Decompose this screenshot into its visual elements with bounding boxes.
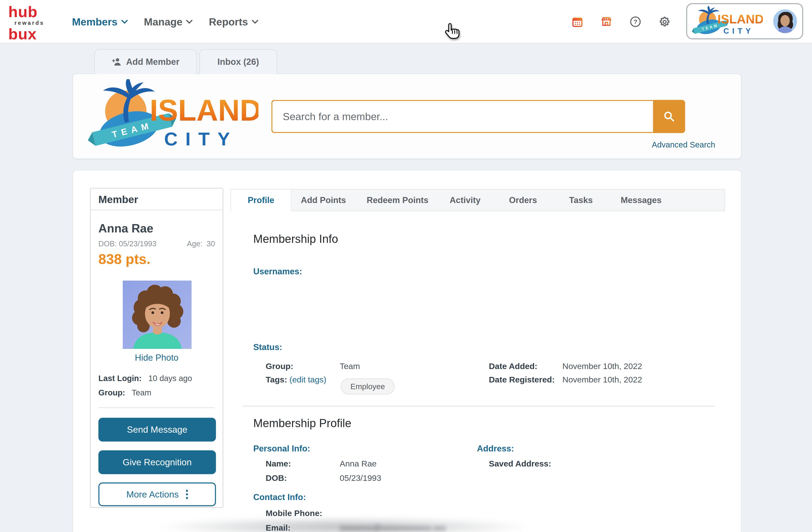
last-login-row: Last Login: 10 days ago [99, 374, 192, 383]
nav-reports[interactable]: Reports [209, 16, 259, 28]
dob-value: 05/23/1993 [340, 474, 381, 483]
usernames-label: Usernames: [253, 267, 302, 277]
member-search-card: TEAM ISLAND CITY Advanced Search [72, 74, 742, 159]
member-detail-content: Profile Add Points Redeem Points Activit… [230, 189, 725, 532]
hubbux-logo-bux: bux [8, 26, 44, 42]
settings-gear-icon[interactable] [659, 16, 670, 27]
tab-redeem-points[interactable]: Redeem Points [367, 189, 429, 211]
group-row: Group: Team [99, 388, 151, 398]
date-added-value: November 10th, 2022 [562, 362, 642, 371]
hubbux-logo-hub: hub [8, 4, 44, 20]
membership-profile-heading: Membership Profile [253, 417, 351, 430]
member-photo [123, 281, 191, 349]
mobile-phone-row: Mobile Phone: [266, 509, 322, 518]
edit-tags-link[interactable]: (edit tags) [290, 375, 326, 384]
give-recognition-button[interactable]: Give Recognition [99, 450, 216, 474]
personal-info-label: Personal Info: [253, 444, 310, 453]
mobile-phone-label: Mobile Phone: [266, 509, 322, 518]
chevron-down-icon [121, 19, 128, 24]
group-info-value: Team [340, 362, 360, 371]
profile-tab-bar: Profile Add Points Redeem Points Activit… [230, 189, 725, 211]
nav-members-label: Members [72, 16, 117, 28]
chevron-down-icon [251, 19, 258, 24]
member-summary-panel: Member Anna Rae DOB: 05/23/1993 Age: 30 … [90, 188, 223, 508]
contact-info-label: Contact Info: [253, 492, 306, 502]
date-registered-row: Date Registered: [489, 375, 555, 385]
tab-profile[interactable]: Profile [230, 189, 292, 211]
app-window: hub rewards bux Members Manage Reports [0, 0, 812, 532]
member-name: Anna Rae [99, 222, 153, 235]
member-age: Age: 30 [187, 240, 215, 248]
help-icon[interactable]: ? [630, 16, 641, 27]
email-value-blurred: xxxxxxxx@xxxxxxxxxxxx.xxx [340, 523, 446, 532]
group-info-label: Group: [266, 362, 293, 371]
topbar: hub rewards bux Members Manage Reports [0, 0, 812, 44]
chevron-down-icon [186, 19, 193, 24]
member-points: 838 pts. [99, 252, 150, 268]
tab-add-points[interactable]: Add Points [301, 189, 346, 211]
svg-text:CITY: CITY [724, 27, 754, 35]
name-value: Anna Rae [340, 459, 377, 468]
tags-label: Tags: [266, 375, 287, 384]
hubbux-logo[interactable]: hub rewards bux [8, 4, 44, 42]
kebab-menu-icon [186, 490, 188, 499]
tab-orders[interactable]: Orders [509, 189, 537, 211]
island-city-logo-small: TEAM ISLAND CITY [691, 6, 763, 36]
nav-members[interactable]: Members [72, 16, 128, 28]
member-detail-card: Member Anna Rae DOB: 05/23/1993 Age: 30 … [72, 170, 742, 532]
member-dob: DOB: 05/23/1993 [99, 240, 157, 248]
dob-row: DOB: [266, 474, 287, 483]
email-label: Email: [266, 523, 290, 532]
tab-add-member[interactable]: Add Member [94, 49, 197, 74]
group-label: Group: [99, 388, 125, 397]
storefront-icon[interactable] [601, 16, 612, 27]
more-actions-button[interactable]: More Actions [99, 483, 216, 506]
tab-tasks[interactable]: Tasks [569, 189, 593, 211]
section-divider [242, 406, 715, 406]
tab-inbox[interactable]: Inbox (26) [199, 49, 277, 74]
divider [99, 408, 215, 408]
saved-address-row: Saved Address: [489, 459, 551, 468]
svg-text:CITY: CITY [164, 129, 238, 149]
email-row: Email: [266, 523, 290, 532]
date-registered-value: November 10th, 2022 [562, 375, 642, 385]
tab-messages[interactable]: Messages [621, 189, 662, 211]
tab-inbox-label: Inbox (26) [217, 57, 259, 67]
group-info-row: Group: [266, 362, 293, 371]
hide-photo-link[interactable]: Hide Photo [90, 353, 222, 364]
tag-chip-employee: Employee [341, 379, 395, 395]
member-search-input[interactable] [272, 100, 653, 133]
svg-text:ISLAND: ISLAND [717, 12, 763, 26]
calendar-icon[interactable] [572, 16, 583, 27]
person-add-icon [112, 57, 121, 67]
more-actions-label: More Actions [126, 489, 178, 500]
date-added-row: Date Added: [489, 362, 537, 371]
last-login-label: Last Login: [99, 374, 142, 382]
island-city-logo-large: TEAM ISLAND CITY [88, 79, 259, 152]
address-label: Address: [477, 444, 514, 453]
nav-reports-label: Reports [209, 16, 248, 28]
search-icon [663, 110, 675, 123]
tags-row: Tags: (edit tags) [266, 375, 326, 385]
topbar-icon-group: ? [572, 0, 670, 44]
status-label: Status: [253, 342, 282, 352]
advanced-search-link[interactable]: Advanced Search [652, 140, 715, 150]
account-switcher[interactable]: TEAM ISLAND CITY [686, 3, 803, 39]
tab-activity[interactable]: Activity [450, 189, 480, 211]
nav-manage[interactable]: Manage [144, 16, 193, 28]
send-message-button[interactable]: Send Message [99, 418, 216, 442]
date-added-label: Date Added: [489, 362, 537, 371]
search-button[interactable] [653, 100, 685, 133]
account-avatar [773, 9, 797, 33]
tab-add-member-label: Add Member [126, 57, 179, 67]
membership-info-heading: Membership Info [253, 233, 338, 246]
name-label: Name: [266, 459, 291, 468]
saved-address-label: Saved Address: [489, 459, 551, 468]
date-registered-label: Date Registered: [489, 375, 555, 384]
svg-text:ISLAND: ISLAND [150, 93, 259, 127]
main-nav: Members Manage Reports [72, 0, 259, 44]
last-login-value: 10 days ago [148, 374, 192, 382]
svg-text:?: ? [634, 18, 637, 25]
hubbux-logo-rewards: rewards [15, 20, 44, 26]
dob-label: DOB: [266, 474, 287, 483]
